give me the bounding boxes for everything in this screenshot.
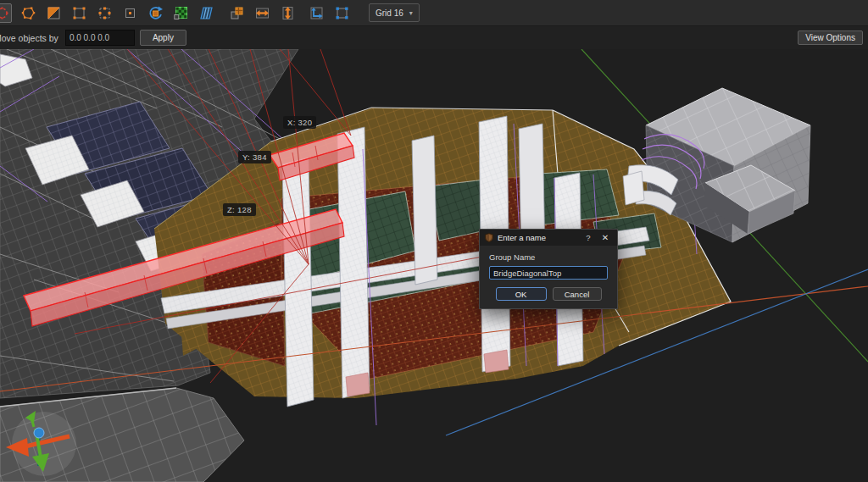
flip-horizontal-tool-icon[interactable] bbox=[253, 4, 271, 22]
group-name-input[interactable] bbox=[489, 266, 608, 280]
grid-size-dropdown[interactable]: Grid 16 ▾ bbox=[369, 3, 420, 22]
level-editor-window: Grid 16 ▾ Move objects by Apply View Opt… bbox=[0, 0, 868, 482]
wedge-tool-icon[interactable] bbox=[45, 4, 63, 22]
shear-tool-icon[interactable] bbox=[198, 4, 215, 22]
move-objects-label: Move objects by bbox=[0, 33, 58, 43]
texture-paint-tool-icon[interactable] bbox=[172, 4, 190, 22]
scene-render bbox=[0, 49, 868, 482]
rect-vertices-tool-icon[interactable] bbox=[70, 4, 88, 22]
coord-label-x: X: 320 bbox=[283, 116, 316, 129]
apply-button[interactable]: Apply bbox=[140, 30, 186, 46]
cancel-button[interactable]: Cancel bbox=[553, 287, 602, 301]
scale-tool-icon[interactable] bbox=[333, 4, 351, 22]
group-name-label: Group Name bbox=[489, 252, 608, 262]
viewport-3d[interactable]: X: 320 Y: 384 Z: 128 Enter a name ? ✕ Gr… bbox=[0, 49, 868, 482]
app-shield-icon bbox=[485, 233, 493, 242]
view-options-button[interactable]: View Options bbox=[798, 30, 863, 45]
move-objects-input[interactable] bbox=[65, 30, 135, 46]
flip-vertical-tool-icon[interactable] bbox=[279, 4, 297, 22]
grid-size-label: Grid 16 bbox=[376, 8, 403, 18]
point-entity-tool-icon[interactable] bbox=[121, 4, 139, 22]
dialog-close-button[interactable]: ✕ bbox=[598, 233, 612, 242]
rotate-90-tool-icon[interactable] bbox=[308, 4, 326, 22]
ok-button[interactable]: OK bbox=[496, 287, 547, 301]
dialog-title: Enter a name bbox=[498, 233, 546, 242]
dialog-body: Group Name OK Cancel bbox=[480, 246, 617, 308]
enter-name-dialog: Enter a name ? ✕ Group Name OK Cancel bbox=[479, 229, 618, 309]
rect-edges-tool-icon[interactable] bbox=[96, 4, 114, 22]
dialog-buttons: OK Cancel bbox=[489, 287, 608, 301]
dialog-titlebar[interactable]: Enter a name ? ✕ bbox=[480, 230, 617, 246]
polygon-tool-icon[interactable] bbox=[19, 4, 37, 22]
chevron-down-icon: ▾ bbox=[409, 9, 413, 17]
move-objects-bar: Move objects by Apply View Options bbox=[0, 26, 868, 49]
coord-label-y: Y: 384 bbox=[238, 151, 271, 163]
toolbar: Grid 16 ▾ bbox=[0, 0, 868, 26]
clone-tool-icon[interactable] bbox=[228, 4, 246, 22]
coord-label-z: Z: 128 bbox=[223, 203, 256, 216]
rotate-object-tool-icon[interactable] bbox=[147, 4, 164, 22]
vertex-select-tool-icon[interactable] bbox=[0, 3, 12, 23]
dialog-help-button[interactable]: ? bbox=[582, 233, 594, 242]
